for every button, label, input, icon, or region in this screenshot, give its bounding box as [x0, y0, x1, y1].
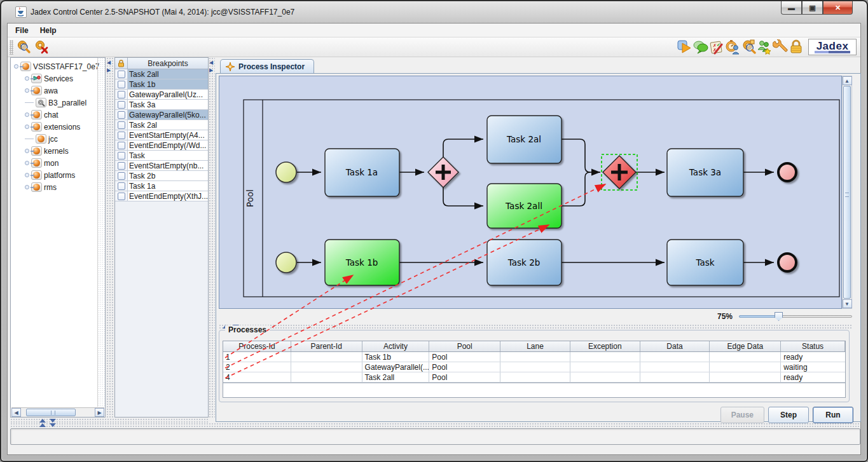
- scroll-left-icon[interactable]: ◀: [11, 408, 21, 417]
- breakpoint-checkbox[interactable]: [118, 132, 125, 139]
- run-button[interactable]: Run: [813, 407, 853, 423]
- breakpoint-checkbox[interactable]: [118, 101, 125, 109]
- end-event-bottom[interactable]: [778, 254, 796, 271]
- expand-right-icon[interactable]: ▶: [107, 67, 111, 73]
- start-event-bottom[interactable]: [276, 252, 296, 273]
- tree-item-chat[interactable]: chat: [12, 109, 96, 121]
- tree-vertical-scrollbar[interactable]: [97, 58, 105, 407]
- col-activity[interactable]: Activity: [362, 341, 430, 351]
- tree-item-services[interactable]: Services: [12, 72, 96, 85]
- tree-horizontal-scrollbar[interactable]: ◀ ▶: [11, 407, 104, 417]
- wrench-settings-icon[interactable]: [773, 39, 788, 55]
- minimize-button[interactable]: ▬: [781, 1, 802, 15]
- toolbar-grip[interactable]: [10, 40, 13, 55]
- end-event-top[interactable]: [778, 163, 796, 181]
- menu-file[interactable]: File: [15, 26, 29, 35]
- split-divider-breakpoints[interactable]: ◀ ▶: [209, 57, 215, 418]
- maximize-button[interactable]: ▣: [802, 1, 823, 15]
- lock-icon[interactable]: [789, 39, 804, 55]
- breakpoint-row[interactable]: EventEndEmpty(XthJ...: [115, 191, 208, 201]
- scroll-right-icon[interactable]: ▶: [95, 408, 104, 417]
- collapse-left-icon[interactable]: ◀: [107, 60, 111, 65]
- breakpoint-row[interactable]: Task 3a: [115, 100, 208, 110]
- process-row[interactable]: 2 GatewayParallel(... Pool waiting: [223, 362, 845, 372]
- col-status[interactable]: Status: [781, 341, 845, 351]
- zoom-slider[interactable]: [739, 312, 852, 321]
- col-pool[interactable]: Pool: [429, 341, 500, 351]
- title-bar[interactable]: Jadex Control Center 2.5-SNAPSHOT (Mai 4…: [1, 1, 867, 23]
- starter-icon[interactable]: [677, 39, 692, 55]
- tree-item-awa[interactable]: awa: [12, 85, 96, 97]
- tree-expand-handle[interactable]: [25, 88, 29, 93]
- breakpoint-checkbox[interactable]: [118, 81, 125, 88]
- tree-expand-handle[interactable]: [25, 125, 29, 129]
- step-button[interactable]: Step: [768, 407, 809, 423]
- diagram-vertical-scrollbar[interactable]: ▲ ▼: [842, 76, 852, 309]
- tree-expand-handle[interactable]: [25, 185, 29, 189]
- breakpoint-row[interactable]: EventStartEmpty(nb...: [115, 161, 208, 171]
- menu-help[interactable]: Help: [40, 26, 57, 35]
- tree-item-kernels[interactable]: kernels: [12, 145, 96, 157]
- scrollbar-thumb[interactable]: [843, 86, 851, 299]
- breakpoint-checkbox[interactable]: [118, 111, 125, 119]
- breakpoint-checkbox[interactable]: [118, 91, 125, 99]
- breakpoint-row[interactable]: GatewayParallel(5ko...: [115, 110, 208, 120]
- breakpoint-checkbox[interactable]: [118, 182, 125, 190]
- close-button[interactable]: ✕: [823, 1, 853, 15]
- zoom-slider-thumb[interactable]: [775, 312, 783, 321]
- tree-expand-handle[interactable]: [25, 112, 29, 117]
- tree-item-mon[interactable]: mon: [12, 157, 96, 169]
- breakpoint-checkbox[interactable]: [118, 142, 125, 149]
- breakpoint-row[interactable]: Task 1a: [115, 181, 208, 191]
- breakpoint-row[interactable]: Task 1b: [115, 79, 208, 90]
- split-divider-statusbar[interactable]: [10, 423, 860, 428]
- breakpoint-row[interactable]: Task 2al: [115, 120, 208, 130]
- breakpoint-row[interactable]: Task 2all: [115, 69, 208, 79]
- start-event-top[interactable]: [276, 162, 296, 182]
- breakpoint-checkbox[interactable]: [118, 172, 125, 180]
- parallel-gateway-join[interactable]: [602, 154, 637, 190]
- tree-expand-handle[interactable]: [25, 161, 29, 165]
- process-row[interactable]: 1 Task 1b Pool ready: [223, 352, 845, 362]
- parallel-gateway-split[interactable]: [428, 157, 458, 187]
- collapse-down-icon[interactable]: [50, 423, 56, 427]
- breakpoint-row[interactable]: GatewayParallel(Uz...: [115, 90, 208, 100]
- process-row[interactable]: 4 Task 2all Pool ready: [223, 372, 845, 383]
- breakpoint-row[interactable]: EventEndEmpty(/Wd...: [115, 140, 208, 151]
- tree-expand-handle[interactable]: [14, 64, 18, 69]
- tree-item-root[interactable]: VSISSTAFF17_0e7: [12, 60, 96, 72]
- tree-expand-handle[interactable]: [25, 173, 29, 177]
- split-divider-processes[interactable]: [219, 324, 852, 329]
- expand-up-icon[interactable]: [39, 423, 46, 427]
- tree-item-rms[interactable]: rms: [12, 181, 96, 193]
- scroll-up-icon[interactable]: ▲: [843, 76, 852, 85]
- breakpoints-header[interactable]: Breakpoints: [115, 58, 208, 69]
- expand-right-icon[interactable]: ▶: [209, 67, 213, 73]
- col-data[interactable]: Data: [640, 341, 710, 351]
- breakpoint-checkbox[interactable]: [118, 152, 125, 160]
- col-exception[interactable]: Exception: [570, 341, 640, 351]
- breakpoint-row[interactable]: EventStartEmpty(A4...: [115, 130, 208, 140]
- awareness-icon[interactable]: [725, 39, 740, 55]
- search-component-icon[interactable]: [16, 39, 31, 55]
- col-process-id[interactable]: Process-Id: [223, 341, 291, 351]
- breakpoint-row[interactable]: Task: [115, 151, 208, 161]
- breakpoint-row[interactable]: Task 2b: [115, 171, 208, 181]
- tree-item-platforms[interactable]: platforms: [12, 169, 96, 181]
- component-viewer-icon[interactable]: [741, 39, 756, 55]
- breakpoint-checkbox[interactable]: [118, 162, 125, 170]
- tab-process-inspector[interactable]: Process Inspector: [220, 59, 314, 74]
- test-center-icon[interactable]: ✗✔✗: [709, 39, 724, 55]
- pause-button[interactable]: Pause: [720, 407, 764, 423]
- security-icon[interactable]: [757, 39, 772, 55]
- collapse-left-icon[interactable]: ◀: [209, 60, 213, 65]
- scrollbar-thumb[interactable]: [26, 409, 76, 416]
- split-divider-tree[interactable]: ◀ ▶: [106, 57, 114, 418]
- breakpoint-checkbox[interactable]: [118, 71, 125, 78]
- tree-expand-handle[interactable]: [25, 76, 29, 81]
- breakpoint-checkbox[interactable]: [118, 121, 125, 129]
- tree-item-b3-parallel[interactable]: B3_parallel: [12, 97, 96, 109]
- breakpoint-checkbox[interactable]: [118, 193, 125, 200]
- col-edge-data[interactable]: Edge Data: [710, 341, 781, 351]
- bpmn-diagram-canvas[interactable]: Pool: [219, 76, 842, 309]
